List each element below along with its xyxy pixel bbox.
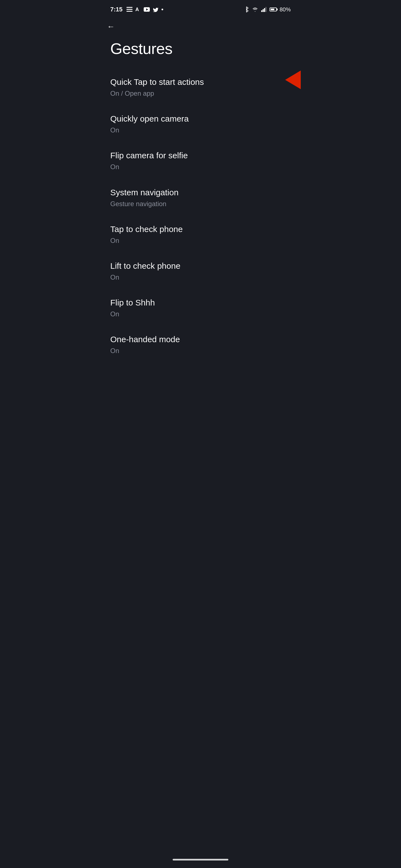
status-time: 7:15 — [110, 6, 122, 13]
flip-to-shhh-subtitle: On — [110, 310, 291, 318]
tap-to-check-phone-title: Tap to check phone — [110, 224, 291, 235]
svg-text:A: A — [135, 7, 139, 12]
battery-percent: 80% — [280, 6, 291, 13]
settings-item-flip-camera-selfie[interactable]: Flip camera for selfie On — [110, 142, 291, 179]
page-title: Gestures — [110, 39, 291, 58]
signal-icon — [261, 7, 267, 12]
flip-camera-selfie-title: Flip camera for selfie — [110, 150, 291, 161]
settings-item-one-handed-mode[interactable]: One-handed mode On — [110, 326, 291, 363]
settings-item-tap-to-check-phone[interactable]: Tap to check phone On — [110, 216, 291, 253]
svg-rect-1 — [126, 9, 133, 10]
menu-icon — [126, 7, 133, 12]
status-left: 7:15 A — [110, 6, 163, 13]
quickly-open-camera-subtitle: On — [110, 126, 291, 134]
back-button-area[interactable]: ← — [100, 17, 301, 34]
system-navigation-title: System navigation — [110, 187, 291, 198]
lift-to-check-phone-title: Lift to check phone — [110, 260, 291, 271]
svg-rect-8 — [264, 8, 265, 12]
quick-tap-title: Quick Tap to start actions — [110, 76, 291, 87]
system-navigation-subtitle: Gesture navigation — [110, 199, 291, 208]
notification-dot — [162, 9, 163, 10]
status-bar: 7:15 A — [100, 0, 301, 17]
svg-rect-0 — [126, 7, 133, 8]
back-arrow-icon[interactable]: ← — [107, 22, 115, 31]
page-title-area: Gestures — [100, 34, 301, 69]
svg-rect-7 — [263, 9, 264, 12]
lift-to-check-phone-subtitle: On — [110, 273, 291, 282]
settings-item-quick-tap[interactable]: Quick Tap to start actions On / Open app — [110, 69, 291, 105]
settings-item-quickly-open-camera[interactable]: Quickly open camera On — [110, 105, 291, 142]
twitter-icon — [152, 7, 159, 12]
wifi-icon — [252, 7, 258, 12]
status-right: 80% — [244, 6, 291, 13]
status-icons-left: A — [126, 7, 163, 12]
quickly-open-camera-title: Quickly open camera — [110, 113, 291, 124]
one-handed-mode-title: One-handed mode — [110, 334, 291, 345]
bluetooth-icon — [244, 6, 249, 12]
settings-item-lift-to-check-phone[interactable]: Lift to check phone On — [110, 253, 291, 289]
svg-rect-6 — [261, 10, 262, 12]
tap-to-check-phone-subtitle: On — [110, 236, 291, 245]
svg-rect-2 — [126, 11, 133, 12]
font-icon: A — [135, 7, 141, 12]
one-handed-mode-subtitle: On — [110, 346, 291, 355]
youtube-icon — [144, 7, 150, 12]
quick-tap-subtitle: On / Open app — [110, 89, 291, 98]
settings-item-system-navigation[interactable]: System navigation Gesture navigation — [110, 179, 291, 216]
settings-item-flip-to-shhh[interactable]: Flip to Shhh On — [110, 289, 291, 326]
flip-to-shhh-title: Flip to Shhh — [110, 297, 291, 308]
svg-rect-9 — [265, 7, 266, 12]
settings-list: Quick Tap to start actions On / Open app… — [100, 69, 301, 363]
battery-icon — [269, 7, 277, 11]
flip-camera-selfie-subtitle: On — [110, 162, 291, 171]
